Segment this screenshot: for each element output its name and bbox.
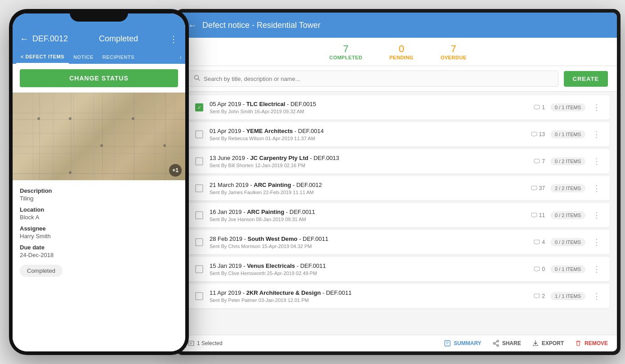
phone-tab-defect-items[interactable]: < DEFECT ITEMS: [16, 50, 69, 64]
export-action[interactable]: EXPORT: [532, 340, 564, 347]
item-content: 05 Apr 2019 - TLC Electrical - DEF.0015S…: [210, 101, 534, 114]
export-icon: [532, 340, 539, 347]
item-checkbox[interactable]: [195, 292, 203, 300]
svg-rect-16: [188, 341, 194, 346]
phone-change-status-section: CHANGE STATUS: [13, 64, 185, 93]
svg-point-23: [493, 342, 495, 344]
svg-point-8: [37, 117, 40, 120]
item-subtitle: Sent By Chris Morrison 15-Apr-2019 04.32…: [210, 244, 534, 249]
phone-tab-next-arrow[interactable]: ›: [179, 53, 182, 61]
svg-point-13: [163, 144, 166, 147]
tablet-back-icon[interactable]: ←: [188, 20, 197, 31]
stat-completed: 7 COMPLETED: [329, 43, 362, 60]
svg-rect-19: [445, 341, 450, 346]
list-item[interactable]: 28 Feb 2019 - South West Demo - DEF.0011…: [186, 230, 610, 254]
item-more-button[interactable]: ⋮: [591, 102, 603, 112]
change-status-button[interactable]: CHANGE STATUS: [20, 69, 178, 87]
list-item[interactable]: 05 Apr 2019 - TLC Electrical - DEF.0015S…: [186, 95, 610, 120]
create-button[interactable]: CREATE: [564, 71, 608, 87]
item-content: 11 Apr 2019 - 2KR Architecture & Design …: [210, 289, 534, 303]
item-more-button[interactable]: ⋮: [591, 129, 603, 139]
phone-status-chip[interactable]: Completed: [20, 265, 62, 277]
remove-action[interactable]: REMOVE: [575, 340, 608, 347]
phone-assignee-label: Assignee: [20, 225, 178, 232]
item-checkbox[interactable]: [195, 238, 203, 246]
phone-description-label: Description: [20, 187, 178, 194]
comment-icon: [534, 104, 540, 111]
tablet-header-title: Defect notice - Residential Tower: [202, 21, 321, 30]
item-checkbox[interactable]: [195, 265, 203, 273]
item-more-button[interactable]: ⋮: [591, 156, 603, 166]
item-more-button[interactable]: ⋮: [591, 264, 603, 274]
item-more-button[interactable]: ⋮: [591, 210, 603, 220]
item-meta: 70 / 2 ITEMS⋮: [534, 156, 603, 166]
item-subtitle: Sent By James Faulken 22-Feb-2019 11.11 …: [210, 190, 531, 195]
svg-line-15: [198, 79, 200, 81]
comment-count: 1: [534, 104, 545, 111]
item-meta: 110 / 2 ITEMS⋮: [531, 210, 603, 220]
card-icon: [188, 340, 194, 346]
tablet-device: ← Defect notice - Residential Tower 7 CO…: [175, 9, 621, 355]
item-more-button[interactable]: ⋮: [591, 291, 603, 301]
item-content: 16 Jan 2019 - ARC Painting - DEF.0011Sen…: [210, 209, 531, 222]
list-item[interactable]: 15 Jan 2019 - Venus Electricals - DEF.00…: [186, 257, 610, 281]
item-content: 13 June 2019 - JC Carpentry Pty Ltd - DE…: [210, 155, 534, 168]
comment-icon: [534, 293, 540, 299]
item-title: 21 March 2019 - ARC Painting - DEF.0012: [210, 182, 531, 188]
item-meta: 00 / 1 ITEMS⋮: [534, 264, 603, 274]
comment-icon: [531, 212, 537, 218]
item-subtitle: Sent By Clive Hemsworth 25-Apr-2019 02.4…: [210, 271, 534, 276]
search-input[interactable]: [204, 75, 553, 82]
search-bar[interactable]: [188, 71, 558, 87]
list-item[interactable]: 11 Apr 2019 - 2KR Architecture & Design …: [186, 284, 610, 308]
svg-point-24: [497, 345, 499, 346]
svg-point-9: [69, 117, 71, 120]
item-checkbox[interactable]: [195, 211, 203, 219]
phone-back-icon[interactable]: ←: [20, 34, 29, 44]
comment-count: 4: [534, 239, 545, 245]
item-more-button[interactable]: ⋮: [591, 237, 603, 247]
phone-tab-recipients[interactable]: RECIPIENTS: [98, 51, 139, 63]
share-label: SHARE: [502, 340, 521, 346]
list-item[interactable]: 21 March 2019 - ARC Painting - DEF.0012S…: [186, 176, 610, 200]
phone-header-left: ← DEF.0012: [20, 34, 68, 44]
phone-location-value: Block A: [20, 214, 178, 221]
phone-more-icon[interactable]: ⋮: [169, 34, 178, 44]
summary-action[interactable]: SUMMARY: [444, 340, 482, 347]
phone-defect-image[interactable]: +1: [13, 93, 185, 180]
phone-description-value: Tiling: [20, 195, 178, 202]
item-title: 11 Apr 2019 - 2KR Architecture & Design …: [210, 289, 534, 296]
item-title: 05 Apr 2019 - TLC Electrical - DEF.0015: [210, 101, 534, 107]
selected-count: 1 Selected: [188, 340, 223, 346]
item-content: 21 March 2019 - ARC Painting - DEF.0012S…: [210, 182, 531, 195]
list-item[interactable]: 01 Apr 2019 - YEME Architects - DEF.0014…: [186, 122, 610, 146]
comment-icon: [534, 239, 540, 245]
comment-icon: [534, 158, 540, 164]
item-checkbox[interactable]: [195, 103, 203, 111]
tablet-toolbar: CREATE: [179, 66, 617, 92]
item-subtitle: Sent By Rebecca Wilson 01-Apr-2019 11.37…: [210, 136, 531, 141]
item-title: 28 Feb 2019 - South West Demo - DEF.0011: [210, 235, 534, 242]
item-subtitle: Sent By Peter Palmer 03-Jan-2019 12.01 P…: [210, 297, 534, 303]
item-meta: 10 / 1 ITEMS⋮: [534, 102, 603, 112]
comment-icon: [531, 185, 537, 191]
phone-tab-notice[interactable]: NOTICE: [69, 51, 98, 63]
item-title: 15 Jan 2019 - Venus Electricals - DEF.00…: [210, 262, 534, 269]
list-item[interactable]: 13 June 2019 - JC Carpentry Pty Ltd - DE…: [186, 149, 610, 173]
list-item[interactable]: 16 Jan 2019 - ARC Painting - DEF.0011Sen…: [186, 203, 610, 227]
item-checkbox[interactable]: [195, 184, 203, 192]
share-action[interactable]: SHARE: [492, 340, 521, 347]
comment-count: 2: [534, 293, 545, 299]
svg-point-22: [497, 340, 499, 342]
tablet-bottom-bar: 1 Selected SUMMARY SHARE: [179, 335, 617, 351]
export-label: EXPORT: [542, 340, 564, 346]
item-checkbox[interactable]: [195, 157, 203, 165]
item-more-button[interactable]: ⋮: [591, 183, 603, 193]
item-checkbox[interactable]: [195, 130, 203, 138]
item-title: 16 Jan 2019 - ARC Painting - DEF.0011: [210, 209, 531, 215]
comment-count: 7: [534, 158, 545, 164]
item-content: 01 Apr 2019 - YEME Architects - DEF.0014…: [210, 128, 531, 141]
items-badge: 0 / 2 ITEMS: [550, 211, 585, 219]
phone-title: DEF.0012: [32, 34, 68, 44]
comment-count: 13: [531, 131, 545, 138]
